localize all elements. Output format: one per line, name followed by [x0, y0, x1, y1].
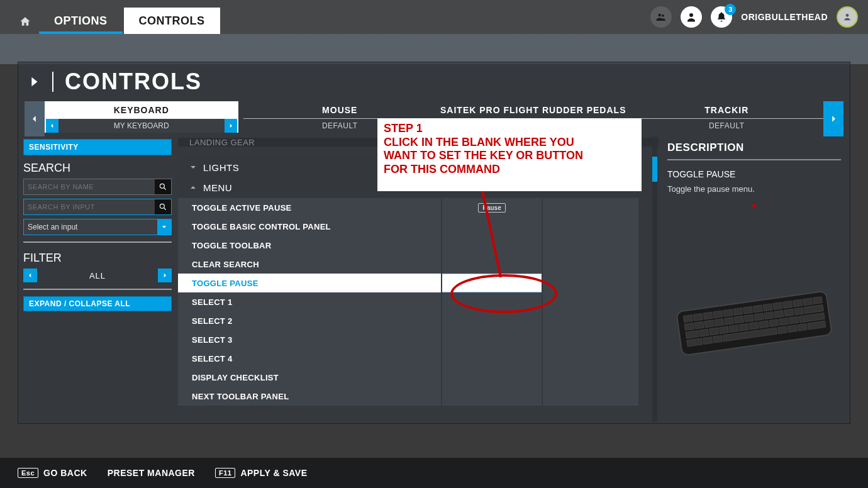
command-binding-cell-2[interactable]	[543, 274, 638, 292]
apply-save-button[interactable]: F11 APPLY & SAVE	[215, 468, 308, 478]
preset-prev-button[interactable]	[46, 119, 58, 133]
device-tab-trackir[interactable]: TRACKIR DEFAULT	[630, 101, 824, 136]
svg-rect-52	[787, 325, 797, 333]
command-binding-cell[interactable]	[442, 292, 542, 311]
svg-rect-41	[749, 322, 759, 330]
command-row: SELECT 1	[178, 292, 659, 311]
command-name[interactable]: SELECT 3	[178, 330, 441, 349]
sensitivity-button[interactable]: SENSITIVITY	[23, 139, 172, 155]
command-binding-cell[interactable]	[442, 255, 542, 274]
command-binding-cell[interactable]	[442, 387, 542, 406]
command-binding-cell[interactable]	[442, 349, 542, 368]
command-name[interactable]: CLEAR SEARCH	[178, 255, 441, 274]
chevron-right-icon	[228, 123, 234, 129]
key-binding: Pause	[478, 203, 505, 213]
expand-collapse-button[interactable]: EXPAND / COLLAPSE ALL	[23, 296, 172, 311]
category-menu-label: MENU	[203, 182, 232, 193]
go-back-label: GO BACK	[43, 468, 87, 478]
command-binding-cell[interactable]	[442, 311, 542, 330]
command-binding-cell[interactable]	[442, 368, 542, 387]
search-input-submit[interactable]	[155, 199, 171, 214]
list-scrollbar-thumb[interactable]	[652, 157, 657, 182]
description-heading: DESCRIPTION	[667, 141, 841, 160]
command-binding-cell-2[interactable]	[543, 311, 638, 330]
svg-point-5	[160, 204, 164, 208]
chevron-left-icon	[49, 123, 55, 129]
command-name[interactable]: TOGGLE TOOLBAR	[178, 236, 441, 255]
svg-rect-44	[779, 318, 788, 325]
command-binding-cell-2[interactable]	[543, 349, 638, 368]
preset-manager-button[interactable]: PRESET MANAGER	[108, 468, 195, 478]
background-strip	[0, 34, 868, 64]
home-button[interactable]	[13, 9, 38, 34]
annotation-line3: FOR THIS COMMAND	[384, 163, 635, 177]
command-row: TOGGLE ACTIVE PAUSEPause	[178, 198, 659, 217]
command-binding-cell[interactable]	[442, 330, 542, 349]
search-by-name-input[interactable]	[23, 179, 172, 195]
profile-button[interactable]	[681, 6, 702, 28]
svg-rect-12	[723, 309, 733, 317]
command-binding-cell-2[interactable]	[543, 255, 638, 274]
command-name[interactable]: SELECT 2	[178, 311, 441, 330]
command-binding-cell-2[interactable]	[543, 368, 638, 387]
device-tab-mouse-label: MOUSE	[243, 101, 437, 119]
dropdown-caret	[157, 219, 171, 235]
svg-rect-36	[699, 329, 709, 336]
device-tab-keyboard[interactable]: KEYBOARD MY KEYBOARD	[45, 101, 238, 136]
command-name[interactable]: SELECT 4	[178, 349, 441, 368]
command-name[interactable]: DISPLAY CHECKLIST	[178, 368, 441, 387]
svg-rect-9	[693, 313, 703, 321]
command-binding-cell[interactable]	[442, 217, 542, 236]
panel-title-row: CONTROLS	[18, 62, 850, 101]
command-binding-cell-2[interactable]	[543, 330, 638, 349]
svg-point-4	[160, 184, 164, 188]
annotation-line2: WANT TO SET THE KEY OR BUTTON	[384, 149, 635, 163]
svg-rect-33	[794, 308, 803, 315]
command-binding-cell-2[interactable]	[543, 236, 638, 255]
svg-rect-18	[783, 301, 793, 308]
command-name[interactable]: TOGGLE ACTIVE PAUSE	[178, 198, 441, 217]
notifications-button[interactable]: 3	[711, 6, 732, 28]
command-binding-cell-2[interactable]	[543, 292, 638, 311]
svg-rect-37	[709, 328, 719, 335]
svg-rect-10	[703, 312, 713, 319]
command-name[interactable]: SELECT 1	[178, 292, 441, 311]
tab-options[interactable]: OPTIONS	[39, 8, 123, 34]
annotation-line1: CLICK IN THE BLANK WHERE YOU	[384, 136, 635, 150]
go-back-button[interactable]: Esc GO BACK	[18, 468, 87, 478]
search-name-field[interactable]	[24, 183, 155, 191]
search-input-field[interactable]	[24, 203, 155, 211]
command-binding-cell-2[interactable]	[543, 198, 638, 217]
svg-rect-43	[769, 319, 779, 327]
command-name[interactable]: TOGGLE PAUSE	[178, 274, 441, 292]
svg-rect-38	[719, 326, 728, 334]
command-binding-cell-2[interactable]	[543, 387, 638, 406]
chevron-left-icon	[27, 272, 33, 279]
command-row: SELECT 2	[178, 311, 659, 330]
keyboard-illustration	[672, 289, 836, 358]
command-row: TOGGLE BASIC CONTROL PANEL	[178, 217, 659, 236]
search-by-input-input[interactable]	[23, 199, 172, 215]
command-binding-cell-2[interactable]	[543, 217, 638, 236]
device-next-button[interactable]	[823, 101, 843, 136]
filter-prev-button[interactable]	[23, 269, 37, 282]
device-prev-button[interactable]	[25, 101, 45, 136]
command-binding-cell[interactable]	[442, 274, 542, 292]
avatar[interactable]	[837, 6, 858, 28]
select-input-dropdown[interactable]: Select an input	[23, 219, 172, 235]
command-name[interactable]: NEXT TOOLBAR PANEL	[178, 387, 441, 406]
command-row: DISPLAY CHECKLIST	[178, 368, 659, 387]
annotation-step: STEP 1	[384, 122, 635, 136]
command-name[interactable]: TOGGLE BASIC CONTROL PANEL	[178, 217, 441, 236]
tab-controls[interactable]: CONTROLS	[124, 8, 220, 34]
command-binding-cell[interactable]	[442, 236, 542, 255]
device-tab-saitek-label: SAITEK PRO FLIGHT RUDDER PEDALS	[437, 101, 630, 119]
preset-next-button[interactable]	[225, 119, 237, 133]
search-icon	[159, 182, 167, 191]
search-name-submit[interactable]	[155, 179, 171, 194]
svg-rect-8	[683, 315, 693, 323]
friends-button[interactable]	[650, 6, 672, 28]
divider	[23, 241, 172, 243]
command-binding-cell[interactable]: Pause	[442, 198, 542, 217]
filter-next-button[interactable]	[158, 269, 172, 282]
